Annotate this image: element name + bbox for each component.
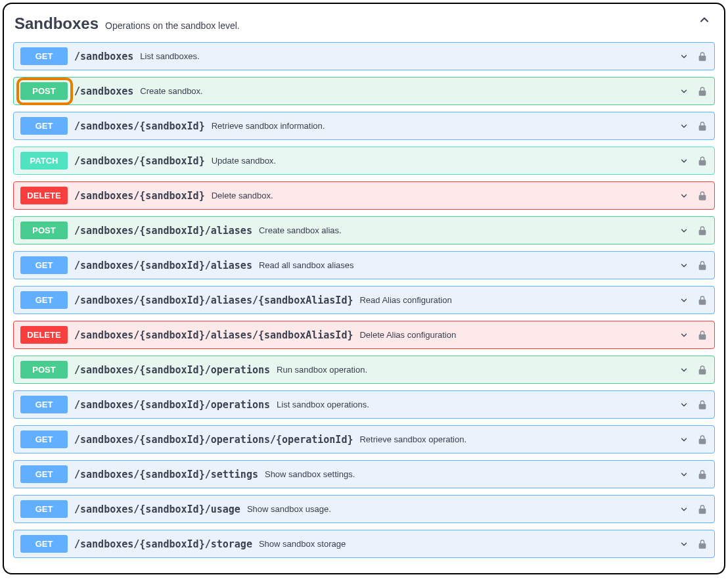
expand-toggle[interactable] <box>677 296 691 305</box>
auth-lock-button[interactable] <box>697 504 708 515</box>
chevron-up-icon <box>698 13 711 26</box>
row-actions <box>677 539 708 549</box>
chevron-down-icon <box>677 540 691 549</box>
endpoint-path: /sandboxes/{sandboxId} <box>74 190 205 202</box>
http-method-badge: DELETE <box>20 187 68 204</box>
expand-toggle[interactable] <box>677 470 691 479</box>
endpoint-summary: Retrieve sandbox information. <box>212 121 325 131</box>
http-method-badge: GET <box>20 47 68 65</box>
auth-lock-button[interactable] <box>697 295 708 306</box>
auth-lock-button[interactable] <box>697 434 708 445</box>
endpoint-summary: Show sandbox settings. <box>265 469 355 479</box>
expand-toggle[interactable] <box>677 365 691 375</box>
chevron-down-icon <box>677 122 691 131</box>
row-actions <box>677 434 708 445</box>
auth-lock-button[interactable] <box>697 225 708 236</box>
expand-toggle[interactable] <box>677 505 691 514</box>
row-actions <box>677 225 708 236</box>
operation-row[interactable]: DELETE/sandboxes/{sandboxId}Delete sandb… <box>13 181 715 210</box>
chevron-down-icon <box>677 87 691 96</box>
operation-row[interactable]: POST/sandboxes/{sandboxId}/operationsRun… <box>13 356 715 384</box>
operation-row[interactable]: GET/sandboxes/{sandboxId}/settingsShow s… <box>13 460 715 488</box>
http-method-badge: DELETE <box>20 326 68 344</box>
endpoint-summary: Run sandbox operation. <box>277 365 367 375</box>
http-method-badge: GET <box>20 500 68 518</box>
lock-icon <box>697 86 708 97</box>
endpoint-path: /sandboxes/{sandboxId}/operations <box>74 364 270 376</box>
operation-row[interactable]: PATCH/sandboxes/{sandboxId}Update sandbo… <box>13 147 715 175</box>
endpoint-path: /sandboxes/{sandboxId}/usage <box>74 503 240 515</box>
operation-row[interactable]: GET/sandboxesList sandboxes. <box>13 42 715 70</box>
operation-row[interactable]: GET/sandboxes/{sandboxId}Retrieve sandbo… <box>13 112 715 140</box>
endpoint-summary: Show sandbox usage. <box>247 504 331 514</box>
chevron-down-icon <box>677 296 691 305</box>
endpoint-summary: Retrieve sandbox operation. <box>359 434 466 444</box>
lock-icon <box>697 295 708 306</box>
row-actions <box>677 86 708 97</box>
row-actions <box>677 191 708 201</box>
chevron-down-icon <box>677 226 691 235</box>
operation-row[interactable]: GET/sandboxes/{sandboxId}/operations/{op… <box>13 425 715 453</box>
endpoint-path: /sandboxes/{sandboxId}/settings <box>74 469 258 480</box>
auth-lock-button[interactable] <box>697 156 708 166</box>
chevron-down-icon <box>677 400 691 409</box>
lock-icon <box>697 51 708 62</box>
lock-icon <box>697 156 708 166</box>
operation-row[interactable]: GET/sandboxes/{sandboxId}/storageShow sa… <box>13 530 715 558</box>
section-header[interactable]: Sandboxes Operations on the sandbox leve… <box>13 11 715 42</box>
lock-icon <box>697 260 708 271</box>
endpoint-summary: Create sandbox. <box>140 86 202 96</box>
lock-icon <box>697 400 708 410</box>
operation-row[interactable]: POST/sandboxesCreate sandbox. <box>13 77 715 105</box>
operation-row[interactable]: GET/sandboxes/{sandboxId}/aliasesRead al… <box>13 251 715 279</box>
section-description: Operations on the sandbox level. <box>105 20 240 31</box>
auth-lock-button[interactable] <box>697 330 708 340</box>
chevron-down-icon <box>677 261 691 270</box>
auth-lock-button[interactable] <box>697 539 708 549</box>
chevron-down-icon <box>677 505 691 514</box>
operation-row[interactable]: GET/sandboxes/{sandboxId}/usageShow sand… <box>13 495 715 523</box>
collapse-section-button[interactable] <box>698 13 711 26</box>
expand-toggle[interactable] <box>677 331 691 340</box>
auth-lock-button[interactable] <box>697 400 708 410</box>
lock-icon <box>697 330 708 340</box>
http-method-badge: GET <box>20 256 68 274</box>
endpoint-path: /sandboxes/{sandboxId} <box>74 155 205 167</box>
auth-lock-button[interactable] <box>697 51 708 62</box>
expand-toggle[interactable] <box>677 52 691 61</box>
expand-toggle[interactable] <box>677 122 691 131</box>
auth-lock-button[interactable] <box>697 121 708 131</box>
expand-toggle[interactable] <box>677 435 691 444</box>
operation-row[interactable]: GET/sandboxes/{sandboxId}/aliases/{sandb… <box>13 286 715 314</box>
expand-toggle[interactable] <box>677 156 691 166</box>
expand-toggle[interactable] <box>677 226 691 235</box>
expand-toggle[interactable] <box>677 400 691 409</box>
chevron-down-icon <box>677 52 691 61</box>
auth-lock-button[interactable] <box>697 191 708 201</box>
expand-toggle[interactable] <box>677 87 691 96</box>
lock-icon <box>697 504 708 515</box>
endpoint-path: /sandboxes/{sandboxId} <box>74 120 205 132</box>
operations-list: GET/sandboxesList sandboxes.POST/sandbox… <box>13 42 715 558</box>
endpoint-path: /sandboxes/{sandboxId}/operations/{opera… <box>74 434 353 446</box>
expand-toggle[interactable] <box>677 540 691 549</box>
auth-lock-button[interactable] <box>697 365 708 375</box>
lock-icon <box>697 225 708 236</box>
endpoint-path: /sandboxes/{sandboxId}/storage <box>74 538 252 550</box>
expand-toggle[interactable] <box>677 261 691 270</box>
operation-row[interactable]: POST/sandboxes/{sandboxId}/aliasesCreate… <box>13 216 715 244</box>
operation-row[interactable]: GET/sandboxes/{sandboxId}/operationsList… <box>13 390 715 419</box>
expand-toggle[interactable] <box>677 191 691 200</box>
operation-row[interactable]: DELETE/sandboxes/{sandboxId}/aliases/{sa… <box>13 321 715 349</box>
endpoint-summary: Read all sandbox aliases <box>259 260 354 270</box>
auth-lock-button[interactable] <box>697 260 708 271</box>
row-actions <box>677 400 708 410</box>
http-method-badge: POST <box>20 82 68 100</box>
endpoint-path: /sandboxes/{sandboxId}/aliases <box>74 260 252 271</box>
auth-lock-button[interactable] <box>697 469 708 480</box>
row-actions <box>677 51 708 62</box>
endpoint-summary: Create sandbox alias. <box>259 225 342 235</box>
auth-lock-button[interactable] <box>697 86 708 97</box>
endpoint-summary: List sandbox operations. <box>277 400 369 409</box>
chevron-down-icon <box>677 331 691 340</box>
